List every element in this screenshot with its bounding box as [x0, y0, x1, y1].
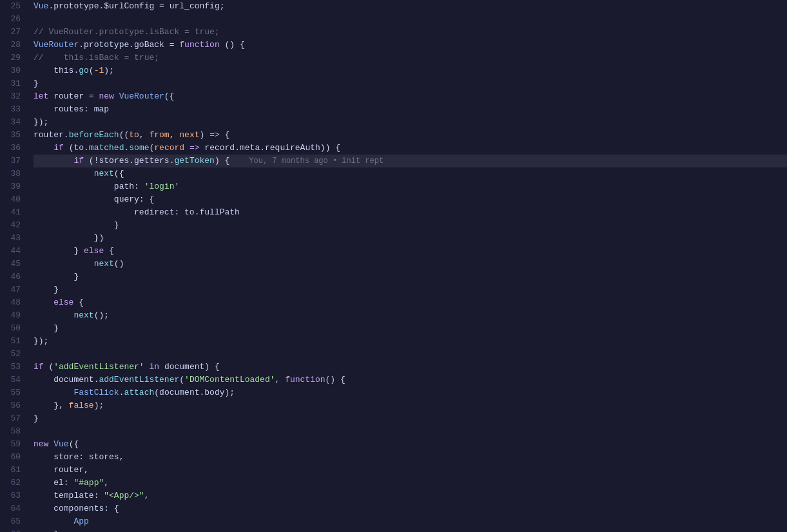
code-line [34, 348, 787, 361]
code-line: if (to.matched.some(record => record.met… [34, 142, 787, 155]
line-number: 29 [0, 52, 21, 64]
line-numbers: 2526272829303132333435363738394041424344… [0, 0, 27, 532]
code-line: next(); [34, 309, 787, 322]
code-line: this.go(-1); [34, 64, 787, 77]
code-line: redirect: to.fullPath [34, 206, 787, 219]
line-number: 39 [0, 180, 21, 193]
line-number: 62 [0, 477, 21, 489]
line-number: 64 [0, 502, 21, 515]
code-line: else { [34, 296, 787, 309]
line-number: 52 [0, 348, 21, 361]
code-line: // this.isBack = true; [34, 52, 787, 64]
line-number: 66 [0, 528, 21, 532]
code-line: document.addEventListener('DOMContentLoa… [34, 374, 787, 386]
code-line: App [34, 515, 787, 528]
line-number: 35 [0, 129, 21, 142]
line-number: 50 [0, 322, 21, 335]
line-number: 45 [0, 258, 21, 271]
line-number: 27 [0, 26, 21, 39]
code-line: } else { [34, 245, 787, 258]
code-line: }) [34, 232, 787, 245]
line-number: 41 [0, 206, 21, 219]
code-line: } [34, 77, 787, 90]
code-line: Vue.prototype.$urlConfig = url_config; [34, 0, 787, 13]
line-number: 54 [0, 374, 21, 386]
line-number: 55 [0, 386, 21, 399]
code-line: router.beforeEach((to, from, next) => { [34, 129, 787, 142]
line-number: 51 [0, 335, 21, 348]
code-line: store: stores, [34, 451, 787, 464]
line-number: 40 [0, 193, 21, 206]
line-number: 46 [0, 271, 21, 283]
code-line: router, [34, 464, 787, 477]
line-number: 28 [0, 39, 21, 52]
code-line [34, 425, 787, 438]
line-number: 44 [0, 245, 21, 258]
line-number: 37 [0, 155, 21, 167]
code-line: } [34, 412, 787, 425]
line-number: 38 [0, 167, 21, 180]
line-number: 63 [0, 489, 21, 502]
line-number: 57 [0, 412, 21, 425]
code-content[interactable]: Vue.prototype.$urlConfig = url_config; /… [27, 0, 787, 532]
code-line: FastClick.attach(document.body); [34, 386, 787, 399]
line-number: 26 [0, 13, 21, 26]
code-line: if (!stores.getters.getToken) {You, 7 mo… [34, 155, 787, 167]
line-number: 60 [0, 451, 21, 464]
code-line: } [34, 322, 787, 335]
line-number: 42 [0, 219, 21, 232]
line-number: 61 [0, 464, 21, 477]
code-line: }); [34, 335, 787, 348]
code-line: if ('addEventListener' in document) { [34, 361, 787, 374]
code-line: next() [34, 258, 787, 271]
line-number: 47 [0, 283, 21, 296]
line-number: 65 [0, 515, 21, 528]
code-line: el: "#app", [34, 477, 787, 489]
code-line: new Vue({ [34, 438, 787, 451]
code-line [34, 13, 787, 26]
line-number: 53 [0, 361, 21, 374]
line-number: 43 [0, 232, 21, 245]
line-number: 36 [0, 142, 21, 155]
code-editor: 2526272829303132333435363738394041424344… [0, 0, 787, 532]
line-number: 49 [0, 309, 21, 322]
code-line: components: { [34, 502, 787, 515]
code-line: } [34, 283, 787, 296]
code-line: query: { [34, 193, 787, 206]
line-number: 33 [0, 103, 21, 116]
code-line: }); [34, 116, 787, 129]
code-line: let router = new VueRouter({ [34, 90, 787, 103]
code-line: } [34, 528, 787, 532]
line-number: 25 [0, 0, 21, 13]
line-number: 59 [0, 438, 21, 451]
code-line: routes: map [34, 103, 787, 116]
code-line: template: "<App/>", [34, 489, 787, 502]
line-number: 31 [0, 77, 21, 90]
line-number: 32 [0, 90, 21, 103]
line-number: 48 [0, 296, 21, 309]
code-line: } [34, 219, 787, 232]
line-number: 34 [0, 116, 21, 129]
code-line: VueRouter.prototype.goBack = function ()… [34, 39, 787, 52]
line-number: 58 [0, 425, 21, 438]
code-line: next({ [34, 167, 787, 180]
line-number: 30 [0, 64, 21, 77]
code-line: }, false); [34, 399, 787, 412]
code-line: } [34, 271, 787, 283]
code-line: // VueRouter.prototype.isBack = true; [34, 26, 787, 39]
code-line: path: 'login' [34, 180, 787, 193]
line-number: 56 [0, 399, 21, 412]
